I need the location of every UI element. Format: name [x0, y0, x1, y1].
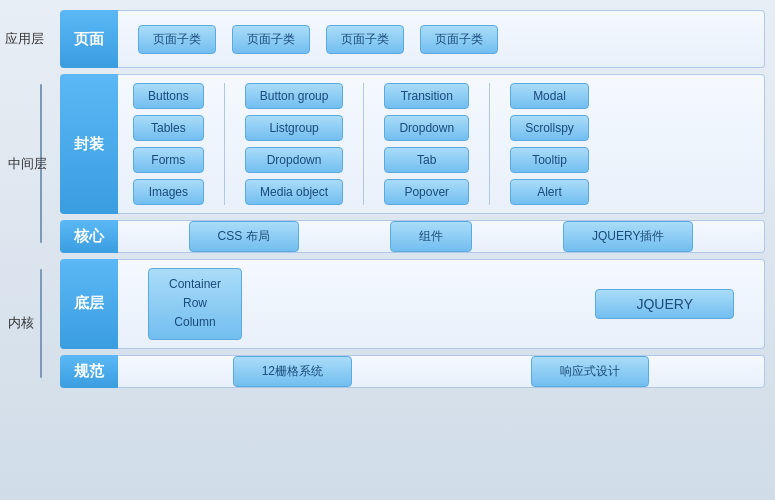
guifan-content: 12栅格系统 响应式设计 [118, 355, 765, 388]
fengzhuang-col-0: Buttons Tables Forms Images [133, 83, 204, 205]
zhongjian-group: 中间层 封装 Buttons Tables Forms Images Butto… [60, 74, 765, 253]
btn-dropdown-2[interactable]: Dropdown [245, 147, 344, 173]
divider-0 [224, 83, 225, 205]
diceng-content: Container Row Column JQUERY [118, 259, 765, 349]
hexin-title: 核心 [60, 220, 118, 253]
fengzhuang-col-2: Transition Dropdown Tab Popover [384, 83, 469, 205]
diceng-title: 底层 [60, 259, 118, 349]
btn-images[interactable]: Images [133, 179, 204, 205]
divider-2 [489, 83, 490, 205]
yingyong-layer-row: 页面 页面子类 页面子类 页面子类 页面子类 [60, 10, 765, 68]
btn-buttons[interactable]: Buttons [133, 83, 204, 109]
yingyong-title: 页面 [60, 10, 118, 68]
fengzhuang-col-1: Button group Listgroup Dropdown Media ob… [245, 83, 344, 205]
column-label: Column [174, 313, 215, 332]
btn-container-row-col[interactable]: Container Row Column [148, 268, 242, 340]
fengzhuang-row: 封装 Buttons Tables Forms Images Button gr… [60, 74, 765, 214]
yingyong-item-1[interactable]: 页面子类 [232, 25, 310, 54]
hexin-content: CSS 布局 组件 JQUERY插件 [118, 220, 765, 253]
btn-responsive[interactable]: 响应式设计 [531, 356, 649, 387]
btn-tables[interactable]: Tables [133, 115, 204, 141]
yingyong-item-0[interactable]: 页面子类 [138, 25, 216, 54]
btn-alert[interactable]: Alert [510, 179, 589, 205]
btn-12grid[interactable]: 12栅格系统 [233, 356, 352, 387]
btn-tooltip[interactable]: Tooltip [510, 147, 589, 173]
hexin-row: 核心 CSS 布局 组件 JQUERY插件 [60, 220, 765, 253]
btn-media-object[interactable]: Media object [245, 179, 344, 205]
btn-dropdown-3[interactable]: Dropdown [384, 115, 469, 141]
btn-button-group[interactable]: Button group [245, 83, 344, 109]
divider-1 [363, 83, 364, 205]
neike-group: 内核 底层 Container Row Column JQUERY 规范 12栅… [60, 259, 765, 388]
btn-css-layout[interactable]: CSS 布局 [189, 221, 299, 252]
yingyong-item-3[interactable]: 页面子类 [420, 25, 498, 54]
zhongjian-outer-label: 中间层 [8, 155, 47, 173]
yingyong-layer-wrapper: 应用层 页面 页面子类 页面子类 页面子类 页面子类 [60, 10, 765, 68]
fengzhuang-title: 封装 [60, 74, 118, 214]
btn-listgroup[interactable]: Listgroup [245, 115, 344, 141]
container-label: Container [169, 275, 221, 294]
yingyong-content: 页面子类 页面子类 页面子类 页面子类 [118, 10, 765, 68]
btn-tab[interactable]: Tab [384, 147, 469, 173]
main-container: 应用层 页面 页面子类 页面子类 页面子类 页面子类 中间层 封装 Button… [0, 0, 775, 500]
guifan-title: 规范 [60, 355, 118, 388]
btn-component[interactable]: 组件 [390, 221, 472, 252]
btn-popover[interactable]: Popover [384, 179, 469, 205]
yingyong-outer-label: 应用层 [5, 30, 44, 48]
row-label: Row [183, 294, 207, 313]
btn-modal[interactable]: Modal [510, 83, 589, 109]
fengzhuang-col-3: Modal Scrollspy Tooltip Alert [510, 83, 589, 205]
fengzhuang-content: Buttons Tables Forms Images Button group… [118, 74, 765, 214]
btn-jquery[interactable]: JQUERY [595, 289, 734, 319]
btn-jquery-plugin[interactable]: JQUERY插件 [563, 221, 693, 252]
guifan-row: 规范 12栅格系统 响应式设计 [60, 355, 765, 388]
neike-outer-label: 内核 [8, 314, 34, 332]
btn-scrollspy[interactable]: Scrollspy [510, 115, 589, 141]
yingyong-item-2[interactable]: 页面子类 [326, 25, 404, 54]
btn-transition[interactable]: Transition [384, 83, 469, 109]
btn-forms[interactable]: Forms [133, 147, 204, 173]
diceng-row: 底层 Container Row Column JQUERY [60, 259, 765, 349]
